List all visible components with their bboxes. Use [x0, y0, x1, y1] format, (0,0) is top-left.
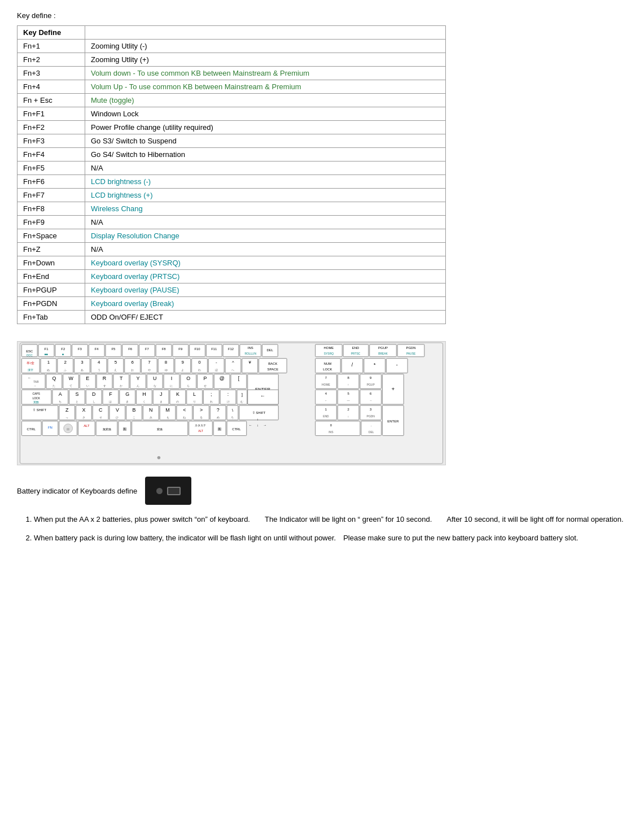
svg-text:4: 4	[98, 360, 100, 365]
svg-text:B: B	[133, 407, 136, 413]
svg-text:SYSRQ: SYSRQ	[324, 352, 334, 355]
svg-rect-257	[78, 421, 95, 436]
svg-text:DEL: DEL	[267, 348, 274, 352]
svg-text:カタカナ: カタカナ	[195, 424, 207, 427]
svg-text:K: K	[176, 391, 179, 397]
svg-text:圏: 圏	[123, 427, 126, 431]
svg-text:LOCK: LOCK	[32, 397, 40, 400]
svg-text:PAUSE: PAUSE	[406, 352, 416, 355]
svg-text:え: え	[114, 369, 117, 372]
svg-text:↑: ↑	[257, 418, 259, 421]
table-cell-desc: N/A	[85, 216, 446, 229]
svg-text:へ: へ	[231, 369, 234, 372]
svg-text:ひ: ひ	[116, 416, 119, 419]
svg-text:A: A	[59, 391, 62, 397]
table-cell-desc: Keyboard overlay (SYSRQ)	[85, 256, 446, 270]
svg-text:あ: あ	[81, 369, 84, 372]
table-cell-key: Fn+F7	[17, 189, 85, 202]
svg-text:HOME: HOME	[322, 383, 331, 386]
svg-text:L: L	[193, 391, 196, 397]
table-cell-key: Fn+PGDN	[17, 297, 85, 311]
svg-text:E: E	[86, 376, 89, 381]
svg-text:-: -	[216, 360, 217, 365]
svg-text:こ: こ	[133, 416, 135, 419]
svg-text:PGDN: PGDN	[406, 346, 416, 350]
table-cell-desc: ODD On/OFF/ EJECT	[85, 311, 446, 324]
table-cell-desc: N/A	[85, 162, 446, 175]
instruction-1: When put the AA x 2 batteries, plus powe…	[34, 514, 627, 526]
svg-text:英数: 英数	[33, 400, 39, 404]
svg-text:M: M	[165, 407, 169, 413]
svg-text:-: -	[396, 362, 398, 368]
table-cell-key: Fn+F3	[17, 134, 85, 148]
svg-text:F11: F11	[211, 347, 217, 351]
table-cell-key: Fn+F8	[17, 202, 85, 216]
svg-text:H: H	[142, 391, 146, 397]
svg-text:PGUP: PGUP	[367, 383, 375, 386]
table-cell-desc: Keyboard overlay (PRTSC)	[85, 270, 446, 283]
svg-text:↑: ↑	[348, 383, 349, 386]
svg-text:2: 2	[64, 360, 66, 365]
table-cell-desc: Power Profile change (utility required)	[85, 121, 446, 134]
svg-text:わ: わ	[198, 369, 201, 372]
svg-text:う: う	[98, 369, 100, 372]
svg-text:2: 2	[347, 408, 349, 411]
svg-text:^: ^	[232, 360, 234, 365]
svg-text:DEL: DEL	[369, 431, 374, 434]
svg-text:F7: F7	[145, 347, 149, 351]
svg-text:む: む	[240, 400, 243, 403]
battery-dot	[156, 488, 163, 494]
svg-text:G: G	[125, 391, 129, 397]
svg-text:み: み	[150, 416, 152, 419]
svg-text:F6: F6	[128, 347, 133, 351]
svg-text:F: F	[109, 391, 112, 397]
table-cell-desc: Wireless Chang	[85, 202, 446, 216]
table-cell-desc: Zooming Utlity (+)	[85, 53, 446, 67]
svg-text:T: T	[120, 376, 123, 381]
svg-text:D: D	[92, 391, 95, 397]
table-cell-desc: N/A	[85, 243, 446, 256]
table-cell-key: Fn+Down	[17, 256, 85, 270]
table-cell-key: Fn+F5	[17, 162, 85, 175]
svg-text:END: END	[323, 415, 329, 418]
svg-text:*: *	[374, 362, 376, 368]
svg-text:1: 1	[47, 360, 50, 365]
svg-text:PGDN: PGDN	[367, 415, 375, 418]
table-cell-key: Fn+End	[17, 270, 85, 283]
table-cell-key: Fn+F1	[17, 107, 85, 121]
svg-text:CTRL: CTRL	[27, 427, 36, 431]
table-cell-desc: Mute (toggle)	[85, 94, 446, 107]
svg-text:W: W	[68, 376, 73, 381]
svg-text:F5: F5	[111, 347, 116, 351]
table-cell-desc: LCD brightness (-)	[85, 175, 446, 189]
table-cell-desc: Go S3/ Switch to Suspend	[85, 134, 446, 148]
table-cell-desc: LCD brightness (+)	[85, 189, 446, 202]
svg-text:り: り	[193, 400, 196, 403]
svg-text:←: ←	[249, 424, 252, 427]
table-cell-key: Fn+Space	[17, 229, 85, 243]
svg-text:け: け	[227, 400, 230, 403]
svg-text:0: 0	[198, 360, 201, 365]
svg-text:ぬ: ぬ	[47, 369, 50, 372]
svg-text:>: >	[200, 407, 203, 413]
svg-text:■■: ■■	[45, 353, 48, 356]
svg-text:ほ: ほ	[215, 369, 218, 372]
svg-text:END: END	[352, 346, 360, 350]
svg-text:っ: っ	[65, 416, 68, 419]
svg-text:ふ: ふ	[63, 369, 67, 372]
svg-text:ENTER: ENTER	[387, 420, 399, 423]
battery-label: Battery indicator of Keyboards define	[17, 487, 137, 495]
svg-text:と: と	[76, 400, 78, 403]
svg-text:I: I	[171, 376, 172, 381]
svg-text:せ: せ	[204, 385, 207, 387]
svg-text:FN: FN	[48, 426, 52, 429]
svg-rect-202	[21, 405, 58, 420]
svg-text:に: に	[170, 385, 173, 387]
svg-text:PGUP: PGUP	[378, 346, 388, 350]
svg-text:←: ←	[28, 376, 31, 379]
svg-text:な: な	[154, 385, 156, 387]
svg-text:@: @	[220, 376, 225, 381]
table-cell-desc: Display Resolution Change	[85, 229, 446, 243]
instructions: When put the AA x 2 batteries, plus powe…	[17, 514, 627, 544]
svg-text:INS: INS	[248, 346, 253, 350]
